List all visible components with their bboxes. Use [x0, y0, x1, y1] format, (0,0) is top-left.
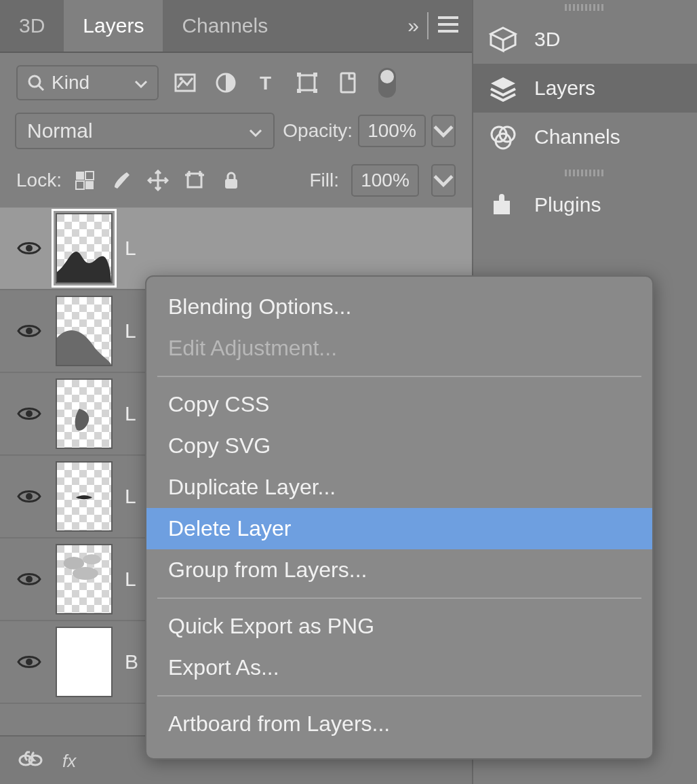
fill-dropdown[interactable] — [431, 164, 456, 197]
layer-thumbnail[interactable] — [56, 296, 113, 366]
opacity-field[interactable]: 100% — [358, 115, 426, 147]
lock-paint-icon[interactable] — [111, 170, 132, 191]
side-item-label: Plugins — [534, 193, 601, 216]
side-item-channels[interactable]: Channels — [473, 113, 697, 161]
visibility-toggle[interactable] — [15, 405, 43, 423]
layer-thumbnail[interactable] — [56, 627, 113, 697]
svg-point-29 — [26, 410, 33, 417]
svg-rect-17 — [76, 181, 84, 189]
divider — [427, 12, 429, 39]
filter-smartobject-icon[interactable] — [336, 71, 359, 94]
filter-type-text-icon[interactable]: T — [255, 71, 278, 94]
layer-thumbnail[interactable] — [56, 544, 113, 614]
side-item-label: Channels — [534, 125, 620, 149]
side-item-3d[interactable]: 3D — [473, 15, 697, 64]
cm-quick-export-png[interactable]: Quick Export as PNG — [146, 606, 652, 647]
filter-adjustment-icon[interactable] — [214, 71, 237, 94]
cube-icon — [488, 26, 518, 53]
tab-channels[interactable]: Channels — [163, 0, 287, 52]
side-item-label: Layers — [534, 77, 595, 100]
menu-separator — [157, 597, 641, 599]
visibility-toggle[interactable] — [15, 570, 43, 588]
lock-transparency-icon[interactable] — [74, 170, 96, 191]
cm-delete-layer[interactable]: Delete Layer — [146, 508, 652, 549]
cm-edit-adjustment: Edit Adjustment... — [146, 328, 652, 369]
lock-position-icon[interactable] — [147, 170, 169, 191]
cm-artboard-from-layers[interactable]: Artboard from Layers... — [146, 703, 652, 745]
svg-rect-12 — [297, 89, 301, 93]
layer-context-menu: Blending Options... Edit Adjustment... C… — [145, 275, 654, 760]
svg-rect-15 — [76, 172, 84, 180]
layer-name[interactable]: L — [125, 319, 136, 342]
blend-row: Normal Opacity: 100% — [0, 106, 472, 155]
svg-point-30 — [26, 493, 33, 500]
fill-label: Fill: — [309, 170, 339, 191]
layer-name[interactable]: L — [125, 568, 136, 591]
visibility-toggle[interactable] — [15, 322, 43, 340]
svg-line-4 — [39, 85, 43, 90]
plugin-icon — [488, 191, 518, 218]
fill-field[interactable]: 100% — [351, 164, 419, 197]
layer-filter-row: Kind T — [0, 53, 472, 106]
cm-export-as[interactable]: Export As... — [146, 647, 652, 688]
tab-layers[interactable]: Layers — [64, 0, 163, 52]
svg-point-28 — [26, 328, 33, 334]
link-icon[interactable] — [18, 749, 43, 771]
panel-menu-icon[interactable] — [437, 15, 460, 37]
svg-rect-18 — [85, 181, 94, 189]
svg-point-3 — [29, 76, 40, 87]
opacity-label: Opacity: — [283, 120, 353, 142]
svg-point-35 — [26, 659, 33, 665]
panel-grip-icon[interactable] — [565, 170, 605, 176]
cm-copy-css[interactable]: Copy CSS — [146, 384, 652, 425]
cm-blending-options[interactable]: Blending Options... — [146, 286, 652, 328]
layer-thumbnail[interactable] — [56, 378, 113, 449]
lock-artboard-icon[interactable] — [184, 170, 205, 191]
chevron-down-icon — [134, 72, 148, 94]
overflow-chevron-icon[interactable]: » — [407, 14, 419, 37]
svg-rect-11 — [313, 73, 317, 77]
layer-thumbnail[interactable] — [56, 461, 113, 532]
svg-rect-9 — [300, 75, 315, 90]
tab-3d[interactable]: 3D — [0, 0, 64, 52]
visibility-toggle[interactable] — [15, 488, 43, 505]
visibility-toggle[interactable] — [15, 239, 43, 257]
svg-rect-14 — [341, 73, 355, 92]
svg-rect-10 — [297, 73, 301, 77]
channels-icon — [488, 123, 518, 151]
visibility-toggle[interactable] — [15, 653, 43, 671]
side-item-plugins[interactable]: Plugins — [473, 180, 697, 229]
search-icon — [27, 74, 45, 92]
layer-name[interactable]: B — [125, 650, 138, 673]
layer-name[interactable]: L — [125, 237, 136, 260]
cm-duplicate-layer[interactable]: Duplicate Layer... — [146, 467, 652, 508]
layer-name[interactable]: L — [125, 402, 136, 425]
menu-separator — [157, 695, 641, 697]
opacity-dropdown[interactable] — [431, 115, 456, 147]
filter-kind-label: Kind — [52, 72, 89, 94]
lock-label: Lock: — [16, 170, 62, 191]
blend-mode-select[interactable]: Normal — [15, 113, 275, 149]
cm-group-from-layers[interactable]: Group from Layers... — [146, 549, 652, 591]
blend-mode-value: Normal — [27, 119, 93, 142]
svg-point-31 — [26, 576, 33, 583]
layer-thumbnail[interactable] — [56, 213, 113, 283]
layer-name[interactable]: L — [125, 485, 136, 508]
cm-copy-svg[interactable]: Copy SVG — [146, 425, 652, 467]
svg-rect-26 — [225, 179, 237, 189]
panel-grip-icon[interactable] — [565, 4, 605, 11]
filter-toggle[interactable] — [378, 68, 396, 98]
panel-tabs: 3D Layers Channels » — [0, 0, 472, 53]
svg-point-33 — [83, 554, 100, 564]
fx-icon[interactable]: fx — [62, 749, 88, 771]
layers-icon — [488, 75, 518, 102]
lock-all-icon[interactable] — [220, 170, 242, 191]
filter-type-icons: T — [174, 71, 359, 94]
side-item-layers[interactable]: Layers — [473, 64, 697, 113]
lock-row: Lock: Fill: 100% — [0, 155, 472, 205]
filter-shape-icon[interactable] — [296, 71, 319, 94]
filter-pixel-icon[interactable] — [174, 71, 197, 94]
filter-kind-select[interactable]: Kind — [16, 65, 159, 100]
menu-separator — [157, 376, 641, 377]
svg-marker-39 — [491, 28, 515, 40]
